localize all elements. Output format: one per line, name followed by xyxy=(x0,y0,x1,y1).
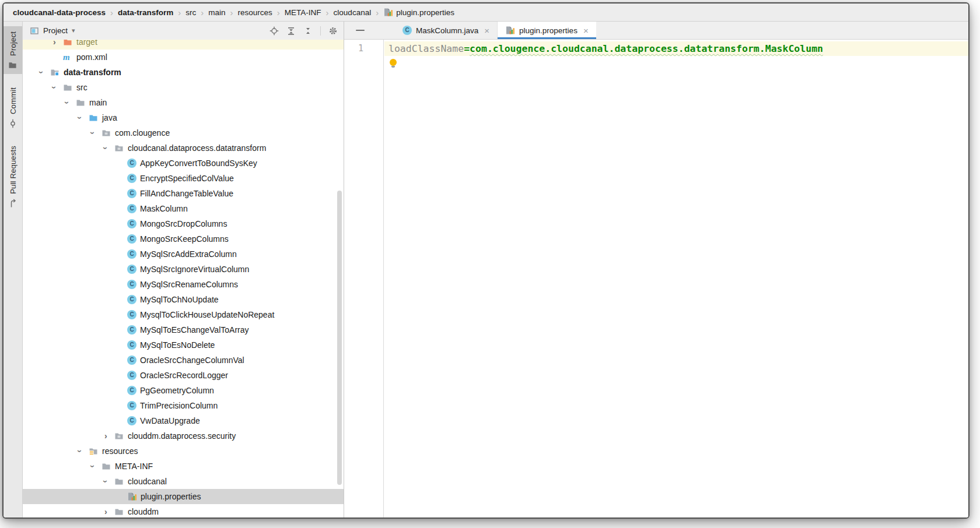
breadcrumb-item[interactable]: META-INF xyxy=(285,8,321,17)
class-icon: C xyxy=(127,386,136,395)
scrollbar-thumb[interactable] xyxy=(337,191,342,485)
chevron-down-icon[interactable]: ▾ xyxy=(72,27,75,34)
editor-surface[interactable]: 1 loadClassName=com.clougence.cloudcanal… xyxy=(344,40,968,518)
tree-row[interactable]: COracleSrcChangeColumnVal xyxy=(23,353,344,368)
expand-all-icon[interactable] xyxy=(286,26,296,36)
tree-item-label: MysqlToClickHouseUpdateNoRepeat xyxy=(140,307,274,322)
tree-row[interactable]: ›main xyxy=(23,95,344,110)
tree-item-label: com.clougence xyxy=(115,125,170,140)
tree-item-label: MySqlSrcAddExtraColumn xyxy=(140,247,237,262)
tree-row[interactable]: CMysqlToClickHouseUpdateNoRepeat xyxy=(23,307,344,322)
chevron-expanded-icon[interactable]: › xyxy=(92,125,102,140)
tree-row[interactable]: ›META-INF xyxy=(23,459,344,474)
breadcrumb-item[interactable]: cloudcanal-data-process xyxy=(13,8,106,17)
minus-icon[interactable] xyxy=(356,30,365,31)
breadcrumb-label: META-INF xyxy=(285,8,321,17)
chevron-expanded-icon[interactable]: › xyxy=(104,474,114,489)
settings-gear-icon[interactable] xyxy=(328,26,338,36)
stripe-button-label: Project xyxy=(9,31,18,56)
class-icon: C xyxy=(127,265,136,274)
editor-area: CMaskColumn.java×plugin.properties× 1 lo… xyxy=(344,22,968,518)
breadcrumb-item[interactable]: cloudcanal xyxy=(334,8,372,17)
tree-row[interactable]: CMySqlToEsNoDelete xyxy=(23,337,344,353)
tree-row[interactable]: ›java xyxy=(23,110,344,125)
tree-row[interactable]: CTrimPrecisionColumn xyxy=(23,398,344,413)
tree-row[interactable]: CMongoSrcDropColumns xyxy=(23,216,344,231)
tree-row[interactable]: ›clouddm xyxy=(23,504,344,518)
class-icon: C xyxy=(127,159,136,168)
tree-row[interactable]: ›target xyxy=(23,40,344,50)
tree-row[interactable]: CEncryptSpecifiedColValue xyxy=(23,171,344,186)
close-icon[interactable]: × xyxy=(583,26,589,36)
package-icon: > xyxy=(114,431,124,441)
tree-item-label: OracleSrcRecordLogger xyxy=(140,368,228,383)
collapse-all-icon[interactable] xyxy=(303,26,313,36)
breadcrumb-item[interactable]: data-transform xyxy=(118,8,173,17)
chevron-expanded-icon[interactable]: › xyxy=(104,140,114,156)
intention-bulb-icon[interactable] xyxy=(390,59,397,66)
editor-gutter: 1 xyxy=(344,40,384,518)
chevron-right-icon: › xyxy=(326,8,329,17)
close-icon[interactable]: × xyxy=(484,26,489,36)
chevron-right-icon: › xyxy=(110,8,113,17)
tree-row[interactable]: plugin.properties xyxy=(23,489,344,504)
tree-row[interactable]: CVwDataUpgrade xyxy=(23,413,344,428)
stripe-button-commit[interactable]: Commit xyxy=(4,82,22,132)
stripe-button-label: Pull Requests xyxy=(9,146,18,194)
tree-row[interactable]: ›>data-transform xyxy=(23,65,344,80)
class-icon: C xyxy=(127,174,136,183)
tree-row[interactable]: ›>com.clougence xyxy=(23,125,344,140)
breadcrumb-item[interactable]: plugin.properties xyxy=(383,8,454,17)
tree-row[interactable]: ›>clouddm.dataprocess.security xyxy=(23,428,344,443)
tree-row[interactable]: CPgGeometryColumn xyxy=(23,383,344,398)
class-icon: C xyxy=(127,234,136,244)
breadcrumb-item[interactable]: main xyxy=(208,8,225,17)
tree-item-label: MySqlSrcRenameColumns xyxy=(140,277,238,292)
tree-row[interactable]: ›>cloudcanal.dataprocess.datatransform xyxy=(23,140,344,156)
tree-item-label: cloudcanal.dataprocess.datatransform xyxy=(128,140,266,156)
chevron-collapsed-icon[interactable]: › xyxy=(104,428,114,443)
editor-tab-plugin-properties[interactable]: plugin.properties× xyxy=(498,22,597,39)
chevron-expanded-icon[interactable]: › xyxy=(92,459,102,474)
tree-row[interactable]: CFillAndChangeTableValue xyxy=(23,186,344,201)
tree-item-label: AppKeyConvertToBoundSysKey xyxy=(140,156,257,171)
editor-tab-MaskColumn-java[interactable]: CMaskColumn.java× xyxy=(395,22,498,39)
tree-item-label: clouddm xyxy=(128,504,159,518)
tree-item-label: MongoSrcKeepColumns xyxy=(140,231,229,247)
chevron-expanded-icon[interactable]: › xyxy=(79,110,89,125)
line-number: 1 xyxy=(344,41,383,56)
tree-row[interactable]: CMaskColumn xyxy=(23,201,344,216)
chevron-expanded-icon[interactable]: › xyxy=(66,95,76,110)
tree-item-label: PgGeometryColumn xyxy=(140,383,214,398)
tree-row[interactable]: ›cloudcanal xyxy=(23,474,344,489)
chevron-collapsed-icon[interactable]: › xyxy=(53,40,63,50)
tree-row[interactable]: CMySqlToEsChangeValToArray xyxy=(23,322,344,337)
editor-tab-label: plugin.properties xyxy=(519,26,578,35)
chevron-expanded-icon[interactable]: › xyxy=(40,65,50,80)
breadcrumb-item[interactable]: resources xyxy=(238,8,272,17)
tree-row[interactable]: CMySqlSrcAddExtraColumn xyxy=(23,247,344,262)
tree-row[interactable]: CMySqlToChNoUpdate xyxy=(23,292,344,307)
stripe-button-label: Commit xyxy=(9,87,18,114)
tree-row[interactable]: CAppKeyConvertToBoundSysKey xyxy=(23,156,344,171)
stripe-button-project[interactable]: Project xyxy=(4,26,22,74)
breadcrumb-item[interactable]: src xyxy=(186,8,196,17)
tree-row[interactable]: CMySqlSrcIgnoreVirtualColumn xyxy=(23,262,344,277)
tree-row[interactable]: CMySqlSrcRenameColumns xyxy=(23,277,344,292)
chevron-expanded-icon[interactable]: › xyxy=(53,80,63,95)
stripe-button-pull-requests[interactable]: Pull Requests xyxy=(4,140,22,212)
chevron-collapsed-icon[interactable]: › xyxy=(104,504,114,518)
chevron-expanded-icon[interactable]: › xyxy=(79,443,89,459)
tree-row[interactable]: COracleSrcRecordLogger xyxy=(23,368,344,383)
tree-row[interactable]: ›src xyxy=(23,80,344,95)
tree-item-label: plugin.properties xyxy=(141,489,201,504)
project-panel-title[interactable]: Project xyxy=(43,26,68,35)
class-icon: C xyxy=(127,295,136,304)
breadcrumb-label: cloudcanal xyxy=(334,8,372,17)
tree-row[interactable]: CMongoSrcKeepColumns xyxy=(23,231,344,247)
locate-icon[interactable] xyxy=(270,26,279,36)
tree-row[interactable]: ›>resources xyxy=(23,443,344,459)
tree-item-label: main xyxy=(89,95,107,110)
tree-row[interactable]: mpom.xml xyxy=(23,50,344,65)
tree-item-label: clouddm.dataprocess.security xyxy=(128,428,236,443)
